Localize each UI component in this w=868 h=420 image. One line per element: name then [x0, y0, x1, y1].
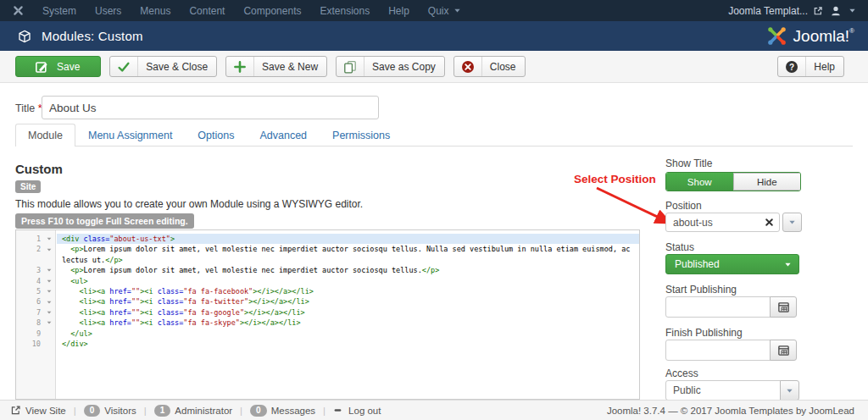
- close-icon: [461, 60, 475, 74]
- code-line[interactable]: 1<div class="about-us-txt">: [16, 234, 639, 244]
- status-select[interactable]: Published: [665, 254, 799, 274]
- tab-permissions[interactable]: Permissions: [320, 124, 403, 146]
- fold-caret-icon[interactable]: [41, 307, 57, 318]
- save-new-button[interactable]: Save & New: [225, 56, 327, 77]
- finish-publishing-label: Finish Publishing: [665, 327, 743, 339]
- footer-administrator[interactable]: 1Administrator: [154, 405, 232, 417]
- code-text: <li><a href=""><i class="fa fa-facebook"…: [57, 286, 639, 296]
- joomla-brand-text: Joomla!®: [793, 27, 854, 46]
- template-link[interactable]: Joomla Templat...: [728, 5, 823, 17]
- fold-caret-icon[interactable]: [41, 265, 57, 275]
- code-text: <li><a href=""><i class="fa fa-google"><…: [57, 307, 639, 318]
- status-bar: View Site|0Visitors|1Administrator|0Mess…: [0, 400, 868, 420]
- save-as-copy-button[interactable]: Save as Copy: [336, 56, 445, 77]
- save-close-button[interactable]: Save & Close: [109, 56, 217, 77]
- menu-item-users[interactable]: Users: [86, 0, 131, 21]
- code-line[interactable]: 10</div>: [16, 339, 639, 349]
- fold-caret-icon[interactable]: [41, 296, 57, 307]
- finish-calendar-button[interactable]: [770, 340, 797, 361]
- position-dropdown-button[interactable]: [782, 213, 802, 232]
- code-text: <p>Lorem ipsum dolor sit amet, vel moles…: [57, 265, 639, 275]
- module-type-heading: Custom: [15, 162, 63, 176]
- show-title-toggle: Show Hide: [665, 172, 801, 191]
- separator: |: [74, 406, 76, 416]
- line-number: 3: [16, 265, 41, 275]
- close-button[interactable]: Close: [453, 56, 526, 77]
- start-publishing-row: [665, 296, 797, 318]
- position-field[interactable]: about-us: [665, 213, 780, 232]
- footer-view-site[interactable]: View Site: [10, 405, 66, 416]
- access-label: Access: [665, 368, 698, 379]
- annotation-text: Select Position: [574, 173, 656, 185]
- fold-caret-icon[interactable]: [41, 276, 57, 286]
- code-line[interactable]: 7 <li><a href=""><i class="fa fa-google"…: [16, 307, 639, 318]
- finish-publishing-input[interactable]: [665, 340, 771, 361]
- footer-items: View Site|0Visitors|1Administrator|0Mess…: [10, 405, 381, 417]
- fold-spacer: [41, 329, 57, 339]
- code-line[interactable]: 4 <ul>: [16, 276, 639, 286]
- calendar-icon: [777, 301, 790, 313]
- copy-icon: [343, 60, 357, 74]
- save-button[interactable]: Save: [15, 56, 101, 77]
- title-input[interactable]: [42, 96, 379, 119]
- footer-log-out[interactable]: Log out: [333, 405, 381, 416]
- title-label: Title *: [15, 102, 42, 114]
- start-calendar-button[interactable]: [770, 296, 797, 318]
- code-line[interactable]: 2 <p>Lorem ipsum dolor sit amet, vel mol…: [16, 244, 639, 254]
- access-dropdown-button[interactable]: [780, 380, 799, 401]
- fold-spacer: [41, 255, 57, 265]
- joomla-logo-small-icon: [12, 4, 25, 17]
- status-label: Status: [665, 241, 694, 253]
- chevron-down-icon[interactable]: [849, 7, 856, 14]
- line-number: 2: [16, 244, 41, 254]
- calendar-icon: [777, 344, 790, 356]
- show-button[interactable]: Show: [666, 173, 733, 191]
- fold-caret-icon[interactable]: [41, 286, 57, 296]
- footer-messages[interactable]: 0Messages: [250, 405, 315, 417]
- logout-icon: [333, 405, 344, 416]
- code-text: <li><a href=""><i class="fa fa-twitter">…: [57, 296, 639, 307]
- footer-visitors[interactable]: 0Visitors: [84, 405, 136, 417]
- fold-caret-icon[interactable]: [41, 318, 57, 328]
- code-editor[interactable]: 1<div class="about-us-txt">2 <p>Lorem ip…: [15, 229, 640, 400]
- menu-item-help[interactable]: Help: [379, 0, 419, 21]
- access-value: Public: [665, 380, 781, 401]
- user-icon[interactable]: [830, 5, 842, 17]
- fullscreen-hint-badge: Press F10 to toggle Full Screen editing.: [15, 213, 194, 229]
- code-line[interactable]: 5 <li><a href=""><i class="fa fa-faceboo…: [16, 286, 639, 296]
- line-number: 4: [16, 276, 41, 286]
- menu-item-system[interactable]: System: [33, 0, 86, 21]
- toolbar-buttons: SaveSave & CloseSave & NewSave as CopyCl…: [15, 56, 534, 77]
- code-line[interactable]: lectus ut.</p>: [16, 255, 639, 265]
- code-text: </ul>: [57, 329, 639, 339]
- menu-item-menus[interactable]: Menus: [131, 0, 180, 21]
- clear-icon[interactable]: [765, 218, 774, 227]
- code-text: <p>Lorem ipsum dolor sit amet, vel moles…: [57, 244, 639, 254]
- menu-item-quix[interactable]: Quix: [419, 0, 470, 21]
- code-line[interactable]: 9 </ul>: [16, 329, 639, 339]
- fold-spacer: [41, 339, 57, 349]
- module-cube-icon: [18, 30, 31, 43]
- fold-caret-icon[interactable]: [41, 234, 57, 244]
- help-icon: ?: [785, 60, 798, 74]
- tab-menu-assignment[interactable]: Menu Assignment: [75, 124, 185, 146]
- count-badge: 1: [154, 405, 171, 417]
- code-line[interactable]: 8 <li><a href=""><i class="fa fa-skype">…: [16, 318, 639, 328]
- tab-advanced[interactable]: Advanced: [247, 124, 320, 146]
- external-icon: [10, 405, 21, 416]
- fold-caret-icon[interactable]: [41, 244, 57, 254]
- hide-button[interactable]: Hide: [733, 173, 801, 191]
- code-line[interactable]: 6 <li><a href=""><i class="fa fa-twitter…: [16, 296, 639, 307]
- start-publishing-input[interactable]: [665, 296, 771, 318]
- menu-item-extensions[interactable]: Extensions: [310, 0, 379, 21]
- line-number: 1: [16, 234, 41, 244]
- admin-menu-bar: SystemUsersMenusContentComponentsExtensi…: [0, 0, 868, 21]
- access-select[interactable]: Public: [665, 380, 799, 401]
- tab-module[interactable]: Module: [15, 124, 75, 146]
- separator: |: [144, 406, 147, 416]
- tab-options[interactable]: Options: [185, 124, 247, 146]
- menu-item-content[interactable]: Content: [180, 0, 234, 21]
- code-line[interactable]: 3 <p>Lorem ipsum dolor sit amet, vel mol…: [16, 265, 639, 275]
- menu-item-components[interactable]: Components: [234, 0, 310, 21]
- help-button[interactable]: ? Help: [777, 56, 844, 77]
